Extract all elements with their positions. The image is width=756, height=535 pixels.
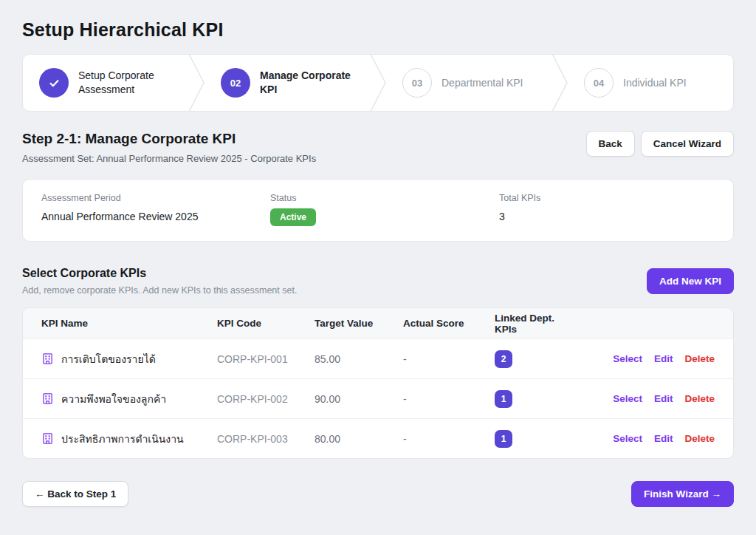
actual-score: - bbox=[403, 433, 495, 445]
linked-kpi-count-badge: 1 bbox=[495, 430, 512, 448]
kpi-section-header: Select Corporate KPIs Add, remove corpor… bbox=[22, 267, 734, 296]
column-header-actual-score: Actual Score bbox=[403, 318, 495, 329]
check-icon bbox=[39, 68, 69, 98]
edit-link[interactable]: Edit bbox=[654, 393, 673, 404]
cancel-wizard-button[interactable]: Cancel Wizard bbox=[641, 131, 734, 157]
step-label: Departmental KPI bbox=[441, 76, 523, 90]
delete-link[interactable]: Delete bbox=[684, 433, 715, 444]
edit-link[interactable]: Edit bbox=[654, 353, 673, 364]
finish-wizard-button[interactable]: Finish Wizard → bbox=[631, 481, 734, 507]
kpi-name: การเติบโตของรายได้ bbox=[61, 351, 156, 367]
stepper-chevron-icon bbox=[370, 54, 386, 112]
stepper-chevron-icon bbox=[188, 54, 205, 112]
add-new-kpi-button[interactable]: Add New KPI bbox=[647, 268, 734, 294]
delete-link[interactable]: Delete bbox=[684, 393, 715, 404]
column-header-kpi-name: KPI Name bbox=[41, 318, 217, 329]
actual-score: - bbox=[403, 353, 495, 365]
step-number: 04 bbox=[584, 68, 614, 98]
linked-kpi-count-badge: 1 bbox=[495, 390, 512, 408]
total-kpis-field: Total KPIs 3 bbox=[499, 193, 715, 226]
table-header-row: KPI Name KPI Code Target Value Actual Sc… bbox=[23, 308, 733, 338]
stepper-step-individual-kpi[interactable]: 04 Individual KPI bbox=[568, 68, 733, 98]
assessment-period-field: Assessment Period Annual Performance Rev… bbox=[41, 193, 270, 226]
table-row: การเติบโตของรายได้ CORP-KPI-001 85.00 - … bbox=[23, 338, 733, 378]
select-link[interactable]: Select bbox=[613, 433, 642, 444]
stepper-step-departmental-kpi[interactable]: 03 Departmental KPI bbox=[386, 68, 551, 98]
page: Setup Hierarchical KPI Setup Corporate A… bbox=[0, 0, 756, 535]
section-title: Select Corporate KPIs bbox=[22, 267, 297, 280]
actual-score: - bbox=[403, 393, 495, 405]
status-field: Status Active bbox=[270, 193, 499, 226]
target-value: 80.00 bbox=[315, 433, 403, 445]
field-label: Total KPIs bbox=[499, 193, 715, 203]
total-kpis-value: 3 bbox=[499, 211, 715, 222]
field-label: Status bbox=[270, 193, 499, 203]
building-icon bbox=[41, 352, 54, 365]
kpi-code: CORP-KPI-003 bbox=[217, 433, 315, 445]
step-label: Setup Corporate Assessment bbox=[78, 69, 182, 97]
building-icon bbox=[41, 432, 54, 445]
linked-kpi-count-badge: 2 bbox=[495, 350, 512, 368]
step-number: 03 bbox=[402, 68, 432, 98]
step-title: Step 2-1: Manage Corporate KPI bbox=[22, 131, 316, 147]
column-header-kpi-code: KPI Code bbox=[217, 318, 315, 329]
target-value: 85.00 bbox=[315, 353, 403, 365]
select-link[interactable]: Select bbox=[613, 393, 642, 404]
stepper-step-manage-corporate-kpi[interactable]: 02 Manage Corporate KPI bbox=[205, 68, 370, 98]
column-header-target-value: Target Value bbox=[315, 318, 403, 329]
assessment-summary-card: Assessment Period Annual Performance Rev… bbox=[22, 179, 734, 242]
select-link[interactable]: Select bbox=[613, 353, 642, 364]
kpi-table: KPI Name KPI Code Target Value Actual Sc… bbox=[22, 307, 734, 459]
kpi-name: ประสิทธิภาพการดำเนินงาน bbox=[61, 431, 184, 447]
step-header: Step 2-1: Manage Corporate KPI Assessmen… bbox=[22, 131, 734, 164]
back-button[interactable]: Back bbox=[586, 131, 635, 157]
field-label: Assessment Period bbox=[41, 193, 270, 203]
section-subtitle: Add, remove corporate KPIs. Add new KPIs… bbox=[22, 285, 297, 296]
table-row: ประสิทธิภาพการดำเนินงาน CORP-KPI-003 80.… bbox=[23, 418, 733, 458]
stepper-chevron-icon bbox=[551, 54, 568, 112]
wizard-footer: ← Back to Step 1 Finish Wizard → bbox=[22, 481, 734, 507]
target-value: 90.00 bbox=[315, 393, 403, 405]
edit-link[interactable]: Edit bbox=[654, 433, 673, 444]
kpi-code: CORP-KPI-001 bbox=[217, 353, 315, 365]
back-to-step-1-button[interactable]: ← Back to Step 1 bbox=[22, 481, 128, 507]
wizard-stepper: Setup Corporate Assessment 02 Manage Cor… bbox=[22, 54, 734, 112]
kpi-code: CORP-KPI-002 bbox=[217, 393, 315, 405]
step-number: 02 bbox=[221, 68, 250, 98]
kpi-name: ความพึงพอใจของลูกค้า bbox=[61, 391, 166, 407]
column-header-linked-dept-kpis: Linked Dept. KPIs bbox=[495, 313, 567, 335]
assessment-set-subtitle: Assessment Set: Annual Performance Revie… bbox=[22, 153, 316, 164]
step-label: Individual KPI bbox=[623, 76, 687, 90]
delete-link[interactable]: Delete bbox=[684, 353, 715, 364]
table-row: ความพึงพอใจของลูกค้า CORP-KPI-002 90.00 … bbox=[23, 378, 733, 418]
status-badge: Active bbox=[270, 208, 316, 226]
page-title: Setup Hierarchical KPI bbox=[22, 19, 734, 41]
building-icon bbox=[41, 392, 54, 405]
assessment-period-value: Annual Performance Review 2025 bbox=[41, 211, 270, 222]
stepper-step-setup-corporate-assessment[interactable]: Setup Corporate Assessment bbox=[23, 68, 188, 98]
step-label: Manage Corporate KPI bbox=[260, 69, 364, 97]
